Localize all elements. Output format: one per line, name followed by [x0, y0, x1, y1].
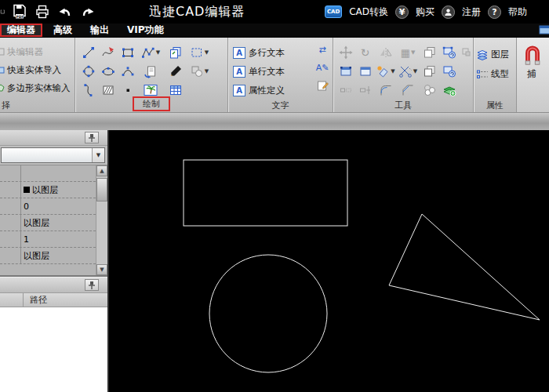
- stretch-icon[interactable]: [355, 81, 375, 100]
- tab-vip[interactable]: VIP功能: [120, 24, 171, 37]
- ribbon-group-snap: 捕: [517, 38, 549, 112]
- scrollbar-thumb[interactable]: [96, 178, 107, 201]
- copy-nested-icon[interactable]: [420, 62, 439, 81]
- scale-icon[interactable]: [336, 81, 355, 100]
- chamfer-icon[interactable]: [396, 81, 420, 100]
- color-swatch: [24, 187, 30, 193]
- ribbon-bottom-band: [0, 112, 549, 130]
- chevron-down-icon: ▼: [205, 68, 209, 74]
- chevron-down-icon[interactable]: ▼: [92, 148, 104, 162]
- rectangle-icon[interactable]: [118, 43, 137, 62]
- text-style-icon[interactable]: A✎: [316, 61, 329, 74]
- yuan-icon[interactable]: ¥: [395, 5, 409, 19]
- properties-panel-titlebar[interactable]: [0, 130, 107, 146]
- circle-icon[interactable]: [78, 62, 98, 81]
- linetype-button[interactable]: 线型: [474, 64, 516, 84]
- chevron-down-icon: ▼: [413, 68, 417, 74]
- group-circles-icon[interactable]: [420, 81, 439, 100]
- properties-rows: 以图层 0 以图层 1: [0, 165, 96, 275]
- save-pdf-icon[interactable]: PDF: [12, 3, 27, 20]
- chevron-down-icon: ▼: [205, 49, 209, 56]
- group-label-draw: 绘制: [75, 96, 227, 111]
- tab-output[interactable]: 输出: [83, 24, 116, 37]
- line-icon[interactable]: [78, 43, 98, 62]
- scroll-down-icon[interactable]: ▼: [96, 264, 107, 275]
- magnet-icon[interactable]: [522, 42, 549, 67]
- user-icon[interactable]: [442, 5, 455, 19]
- ellipse-icon[interactable]: [98, 62, 118, 81]
- mirror-icon[interactable]: [375, 43, 396, 62]
- path-panel: 路径: [0, 277, 107, 392]
- help-icon[interactable]: ?: [488, 5, 501, 19]
- export-page-icon[interactable]: [137, 62, 164, 81]
- path-header-spacer[interactable]: [0, 293, 24, 307]
- vertical-scrollbar[interactable]: ▲ ▼: [96, 165, 107, 275]
- paste-icon[interactable]: [336, 62, 355, 81]
- pin-icon[interactable]: [85, 132, 99, 143]
- fillet-icon[interactable]: [375, 81, 396, 100]
- cad-convert-icon[interactable]: CAD: [325, 5, 342, 18]
- spline-icon[interactable]: [98, 43, 118, 62]
- properties-panel: ▼ 以图层 0: [0, 130, 107, 277]
- buy-button[interactable]: 购买: [416, 5, 434, 19]
- cad-convert-button[interactable]: CAD转换: [349, 5, 388, 19]
- move-icon[interactable]: [336, 43, 355, 62]
- region-icon[interactable]: ▼: [187, 43, 211, 62]
- arc-icon[interactable]: [118, 62, 137, 81]
- ribbon-toggle-icon[interactable]: [539, 25, 549, 36]
- table-row[interactable]: 0: [0, 198, 96, 215]
- path-panel-titlebar[interactable]: [0, 278, 107, 293]
- block-update-icon[interactable]: [439, 43, 460, 62]
- path-column-header[interactable]: 路径: [24, 293, 107, 307]
- help-button[interactable]: 帮助: [508, 5, 527, 19]
- menubar: 编辑器 高级 输出 VIP功能: [0, 24, 549, 38]
- tab-editor[interactable]: 编辑器: [0, 24, 42, 37]
- block-copy-icon[interactable]: [164, 43, 187, 62]
- path-list-body[interactable]: [0, 307, 107, 392]
- titlebar-quick-icons: PDF: [0, 3, 96, 20]
- ribbon-group-props: 图层 线型 属性: [474, 38, 517, 112]
- polyline-icon[interactable]: ▼: [137, 43, 164, 62]
- layers-button[interactable]: 图层: [474, 45, 516, 64]
- rotate-icon[interactable]: ↻: [355, 43, 375, 62]
- edit-text-icon[interactable]: [316, 79, 329, 92]
- block-sync-icon[interactable]: [439, 62, 460, 81]
- group-label-text: 文字: [228, 100, 333, 111]
- redo-icon[interactable]: [80, 3, 96, 20]
- layer-add-icon[interactable]: [439, 81, 460, 100]
- block-editor-button[interactable]: 块编辑器: [0, 43, 75, 61]
- app-title: 迅捷CAD编辑器: [149, 4, 245, 20]
- multiline-text-icon: A: [233, 47, 245, 59]
- table-row[interactable]: 以图层: [0, 248, 96, 264]
- pencil-icon[interactable]: [164, 62, 187, 81]
- linetype-icon: [476, 68, 489, 81]
- pin-icon[interactable]: [85, 279, 99, 291]
- polygon-entity-input-button[interactable]: 多边形实体输入: [0, 79, 75, 97]
- register-button[interactable]: 注册: [462, 5, 481, 19]
- paste-block-icon[interactable]: [355, 62, 375, 81]
- array-icon[interactable]: ▦▼: [396, 43, 420, 62]
- print-icon[interactable]: [35, 3, 50, 20]
- tools-icon-grid: ↻ ▦▼ ▼ ▼: [333, 38, 473, 100]
- save-icon[interactable]: [0, 3, 5, 20]
- purge-icon[interactable]: [460, 43, 474, 62]
- undo-icon[interactable]: [57, 3, 73, 20]
- attribute-define-icon: A: [233, 85, 245, 96]
- copy-objects-icon[interactable]: [420, 43, 439, 62]
- table-row[interactable]: 1: [0, 231, 96, 248]
- table-row[interactable]: [0, 165, 96, 182]
- property-filter-combobox[interactable]: ▼: [1, 147, 105, 163]
- table-row[interactable]: 以图层: [0, 182, 96, 198]
- erase-icon[interactable]: ▼: [375, 62, 396, 81]
- trim-icon[interactable]: ▼: [396, 62, 420, 81]
- drawing-canvas[interactable]: [109, 130, 549, 392]
- quick-entity-import-button[interactable]: 快速实体导入: [0, 61, 75, 79]
- find-replace-icon[interactable]: ⇄: [316, 43, 329, 56]
- wipeout-icon[interactable]: ▼: [187, 62, 211, 81]
- text-side-icons: ⇄ A✎: [316, 43, 329, 92]
- tab-advanced[interactable]: 高级: [46, 24, 79, 37]
- scroll-up-icon[interactable]: ▲: [96, 165, 107, 176]
- block-editor-icon: [0, 48, 5, 56]
- path-table-header: 路径: [0, 293, 107, 307]
- table-row[interactable]: 以图层: [0, 215, 96, 231]
